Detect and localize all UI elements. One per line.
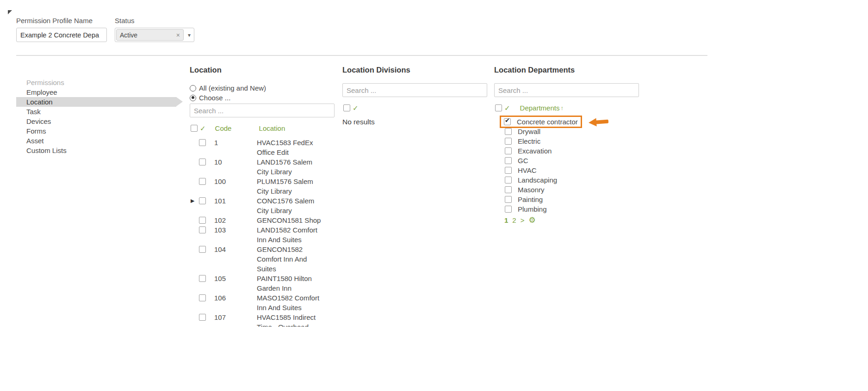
department-checkbox[interactable] — [505, 157, 512, 164]
code-column-header[interactable]: Code — [215, 124, 259, 132]
location-code: 102 — [214, 215, 257, 225]
expand-spacer — [191, 215, 199, 225]
department-row[interactable]: Plumbing — [494, 204, 640, 214]
departments-grid-header: ✓ Departments ↑ — [494, 103, 640, 113]
divisions-search-input[interactable] — [342, 83, 487, 97]
chevron-down-icon[interactable]: ▾ — [188, 32, 191, 38]
divisions-panel: Location Divisions ✓ No results — [342, 65, 488, 126]
departments-pagination: 12 > ⚙ — [494, 216, 640, 224]
sidebar-item-forms[interactable]: Forms — [16, 126, 176, 136]
location-name: PAINT1580 Hilton Garden Inn — [257, 274, 324, 293]
divider — [16, 55, 707, 56]
location-row: 105PAINT1580 Hilton Garden Inn — [190, 274, 335, 293]
location-row-checkbox[interactable] — [199, 197, 206, 204]
location-row-checkbox[interactable] — [199, 139, 206, 146]
radio-choose-option[interactable]: Choose ... — [190, 93, 335, 103]
department-label: GC — [518, 157, 528, 165]
location-code: 103 — [214, 225, 257, 244]
departments-select-all-checkbox[interactable] — [495, 104, 502, 111]
sidebar-item-task[interactable]: Task — [16, 107, 176, 116]
department-row[interactable]: HVAC — [494, 165, 640, 175]
sidebar-item-location[interactable]: Location — [16, 97, 176, 107]
location-row-checkbox[interactable] — [199, 294, 206, 301]
location-row: 10LAND1576 Salem City Library — [190, 157, 335, 177]
settings-gear-icon[interactable]: ⚙ — [528, 216, 535, 224]
department-row[interactable]: Concrete contractor — [500, 116, 582, 128]
location-name: PLUM1576 Salem City Library — [257, 177, 324, 196]
radio-all-icon[interactable] — [190, 85, 196, 92]
department-row[interactable]: GC — [494, 156, 640, 165]
page-button-1[interactable]: 1 — [504, 216, 508, 224]
remove-status-icon[interactable]: × — [176, 31, 180, 39]
expand-spacer — [191, 312, 199, 327]
location-name: MASO1582 Comfort Inn And Suites — [257, 293, 324, 312]
location-name: CONC1576 Salem City Library — [257, 196, 324, 215]
sidebar-item-devices[interactable]: Devices — [16, 116, 176, 126]
departments-sort-header[interactable]: Departments — [520, 104, 560, 112]
profile-name-field: Permission Profile Name — [16, 17, 107, 42]
location-code: 100 — [214, 177, 257, 196]
profile-name-input[interactable] — [16, 28, 107, 42]
permissions-sidebar: Permissions EmployeeLocationTaskDevicesF… — [16, 78, 176, 155]
location-row-checkbox[interactable] — [199, 217, 206, 224]
department-checkbox[interactable] — [505, 196, 512, 203]
next-page-button[interactable]: > — [521, 216, 525, 224]
department-row[interactable]: Painting — [494, 195, 640, 204]
department-checkbox[interactable] — [505, 128, 512, 135]
departments-search-input[interactable] — [494, 83, 639, 97]
location-search-input[interactable] — [190, 104, 335, 117]
department-checkbox[interactable] — [505, 186, 512, 193]
expand-spacer — [191, 244, 199, 274]
radio-choose-icon[interactable] — [190, 95, 196, 101]
location-row: 106MASO1582 Comfort Inn And Suites — [190, 293, 335, 312]
department-checkbox[interactable] — [505, 177, 512, 183]
location-row-checkbox[interactable] — [199, 275, 206, 282]
location-row-checkbox[interactable] — [199, 314, 206, 321]
location-row-checkbox[interactable] — [199, 178, 206, 185]
location-row: 107HVAC1585 Indirect Time - Overhead — [190, 312, 335, 327]
location-name: LAND1576 Salem City Library — [257, 157, 324, 177]
location-column-header[interactable]: Location — [259, 124, 285, 132]
location-title: Location — [190, 65, 335, 75]
radio-all-label: All (existing and New) — [199, 84, 266, 92]
status-tag: Active × — [116, 29, 184, 41]
expand-spacer — [191, 157, 199, 177]
department-row[interactable]: Drywall — [494, 127, 640, 136]
sort-ascending-icon: ↑ — [560, 104, 564, 111]
department-row[interactable]: Electric — [494, 136, 640, 146]
department-row[interactable]: Masonry — [494, 185, 640, 195]
divisions-select-all-checkbox[interactable] — [343, 104, 350, 111]
department-checkbox[interactable] — [504, 118, 511, 125]
location-row-checkbox[interactable] — [199, 159, 206, 165]
department-label: Excavation — [518, 147, 552, 155]
department-row[interactable]: Landscaping — [494, 175, 640, 185]
sidebar-item-custom-lists[interactable]: Custom Lists — [16, 146, 176, 155]
status-select[interactable]: Active × ▾ — [115, 28, 194, 42]
permission-profile-page: Permission Profile Name Status Active × … — [0, 0, 868, 391]
location-code: 106 — [214, 293, 257, 312]
collapse-corner-icon[interactable] — [8, 10, 12, 14]
status-label: Status — [115, 17, 194, 24]
sidebar-item-employee[interactable]: Employee — [16, 87, 176, 97]
location-select-all-checkbox[interactable] — [191, 125, 198, 132]
department-checkbox[interactable] — [505, 147, 512, 154]
department-rows: Concrete contractorDrywallElectricExcava… — [494, 116, 640, 214]
department-label: Drywall — [518, 128, 540, 135]
location-row-checkbox[interactable] — [199, 226, 206, 233]
location-name: GENCON1582 Comfort Inn And Suites — [257, 244, 324, 274]
location-row-checkbox[interactable] — [199, 246, 206, 253]
expand-icon[interactable]: ▶ — [191, 196, 199, 215]
expand-spacer — [191, 225, 199, 244]
department-checkbox[interactable] — [505, 167, 512, 174]
page-button-2[interactable]: 2 — [512, 216, 516, 224]
department-row[interactable]: Excavation — [494, 146, 640, 156]
department-checkbox[interactable] — [505, 138, 512, 145]
expand-spacer — [191, 274, 199, 293]
radio-choose-label: Choose ... — [199, 94, 230, 102]
department-checkbox[interactable] — [505, 206, 512, 213]
sidebar-item-asset[interactable]: Asset — [16, 136, 176, 146]
location-name: HVAC1585 Indirect Time - Overhead — [257, 312, 324, 327]
departments-panel: Location Departments ✓ Departments ↑ Con… — [494, 65, 640, 224]
radio-all-option[interactable]: All (existing and New) — [190, 83, 335, 93]
divisions-title: Location Divisions — [342, 65, 488, 75]
